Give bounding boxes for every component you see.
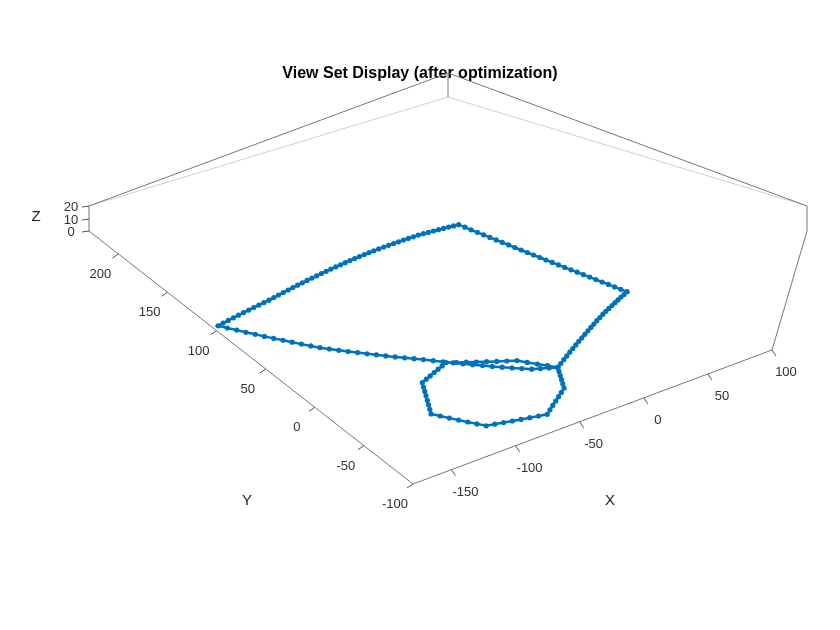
svg-point-55	[446, 225, 451, 230]
x-tick-label-4: 50	[715, 388, 729, 403]
svg-point-75	[347, 258, 352, 263]
svg-point-180	[494, 359, 499, 364]
svg-point-86	[295, 283, 300, 288]
svg-point-161	[438, 413, 443, 418]
svg-line-2	[82, 206, 89, 207]
svg-point-69	[376, 246, 381, 251]
svg-point-156	[484, 423, 489, 428]
svg-point-98	[236, 313, 241, 318]
svg-line-191	[708, 374, 712, 380]
svg-line-1	[82, 219, 89, 220]
svg-point-116	[346, 349, 351, 354]
y-tick-label-2: 0	[293, 419, 300, 434]
svg-point-104	[234, 328, 239, 333]
svg-point-117	[355, 350, 360, 355]
svg-line-187	[451, 470, 455, 476]
svg-point-66	[391, 241, 396, 246]
svg-point-88	[286, 287, 291, 292]
svg-point-186	[555, 365, 560, 370]
svg-point-121	[393, 354, 398, 359]
svg-point-72	[362, 252, 367, 257]
svg-point-134	[519, 366, 524, 371]
svg-point-33	[581, 272, 586, 277]
data-series	[216, 222, 630, 428]
svg-point-153	[510, 418, 515, 423]
svg-point-44	[512, 245, 517, 250]
svg-point-79	[328, 267, 333, 272]
svg-point-159	[456, 418, 461, 423]
svg-line-196	[260, 369, 266, 373]
svg-point-149	[545, 412, 550, 417]
svg-point-109	[280, 338, 285, 343]
svg-point-111	[299, 342, 304, 347]
svg-point-177	[464, 360, 469, 365]
axes-box	[89, 73, 807, 484]
svg-point-125	[431, 358, 436, 363]
svg-point-102	[216, 323, 221, 328]
svg-point-135	[529, 367, 534, 372]
svg-point-136	[538, 366, 543, 371]
svg-point-171	[428, 373, 433, 378]
svg-point-59	[426, 230, 431, 235]
svg-point-40	[537, 255, 542, 260]
svg-point-146	[553, 398, 558, 403]
z-axis: 0 10 20 Z	[31, 199, 89, 239]
svg-point-154	[501, 420, 506, 425]
svg-point-53	[456, 222, 461, 227]
svg-line-192	[772, 350, 776, 356]
svg-point-42	[525, 250, 530, 255]
svg-point-183	[525, 360, 530, 365]
svg-point-105	[243, 330, 248, 335]
svg-point-52	[462, 225, 467, 230]
x-axis-label: X	[605, 491, 615, 508]
svg-point-101	[221, 321, 226, 326]
svg-point-107	[262, 334, 267, 339]
svg-point-119	[374, 352, 379, 357]
svg-point-65	[396, 239, 401, 244]
svg-point-181	[504, 358, 509, 363]
svg-point-37	[556, 262, 561, 267]
svg-point-169	[420, 380, 425, 385]
svg-point-90	[276, 292, 281, 297]
svg-point-70	[371, 248, 376, 253]
y-tick-label-5: 150	[139, 304, 161, 319]
svg-point-89	[281, 290, 286, 295]
z-tick-2: 20	[64, 199, 89, 214]
svg-point-118	[364, 351, 369, 356]
svg-point-131	[490, 364, 495, 369]
svg-point-130	[480, 363, 485, 368]
svg-point-162	[428, 411, 433, 416]
svg-point-100	[226, 318, 231, 323]
svg-point-132	[500, 365, 505, 370]
x-tick-label-0: -150	[452, 484, 478, 499]
svg-point-184	[535, 362, 540, 367]
svg-point-36	[562, 265, 567, 270]
svg-point-97	[241, 310, 246, 315]
chart-3d: View Set Display (after optimization) 0 …	[0, 0, 840, 630]
svg-point-96	[246, 308, 251, 313]
z-tick-label-1: 10	[64, 212, 78, 227]
svg-point-81	[319, 271, 324, 276]
svg-point-120	[383, 353, 388, 358]
svg-point-151	[527, 415, 532, 420]
svg-point-58	[431, 228, 436, 233]
svg-point-158	[465, 419, 470, 424]
svg-line-198	[162, 292, 168, 296]
y-tick-label-1: -50	[337, 458, 356, 473]
svg-point-76	[343, 260, 348, 265]
svg-point-49	[481, 232, 486, 237]
svg-point-54	[451, 223, 456, 228]
svg-point-99	[231, 315, 236, 320]
svg-point-62	[411, 234, 416, 239]
chart-title: View Set Display (after optimization)	[282, 64, 557, 81]
x-axis: -150-100-50050100X	[451, 350, 796, 508]
svg-point-31	[593, 277, 598, 282]
svg-line-0	[82, 231, 89, 232]
svg-point-185	[545, 363, 550, 368]
y-tick-label-0: -100	[382, 496, 408, 511]
svg-line-197	[211, 331, 217, 335]
svg-line-189	[580, 422, 584, 428]
svg-point-60	[421, 231, 426, 236]
svg-point-26	[625, 289, 630, 294]
svg-point-39	[543, 257, 548, 262]
